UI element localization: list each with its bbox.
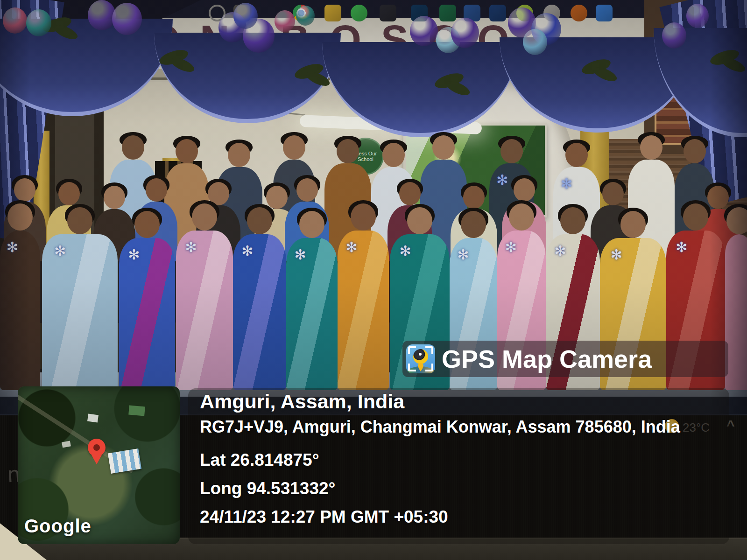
front-person: ✻ bbox=[119, 211, 175, 390]
badge-label: GPS Map Camera bbox=[442, 344, 652, 373]
face bbox=[122, 135, 144, 160]
face bbox=[58, 182, 80, 205]
rosette-badge-icon: ✻ bbox=[611, 246, 622, 263]
face bbox=[509, 203, 534, 231]
rosette-badge-icon: ✻ bbox=[399, 243, 411, 259]
face bbox=[14, 178, 35, 202]
gps-map-camera-icon bbox=[406, 344, 435, 373]
rosette-badge-icon: ✻ bbox=[54, 243, 66, 259]
map-pin-tail bbox=[92, 455, 102, 464]
rosette-badge-icon: ✻ bbox=[7, 239, 18, 255]
face bbox=[337, 139, 359, 163]
face bbox=[514, 178, 535, 202]
balloon bbox=[112, 3, 142, 35]
face bbox=[432, 135, 455, 160]
front-person: ✻ bbox=[42, 207, 118, 390]
face bbox=[500, 139, 523, 163]
rosette-badge-icon: ✻ bbox=[561, 175, 572, 192]
geo-info-panel: Amguri, Assam, India RG7J+VJ9, Amguri, C… bbox=[188, 388, 729, 544]
face bbox=[67, 207, 92, 234]
balloon bbox=[296, 6, 315, 26]
face bbox=[463, 186, 485, 209]
face bbox=[565, 143, 588, 167]
front-person: ✻ bbox=[286, 211, 338, 390]
location-title: Amguri, Assam, India bbox=[200, 390, 404, 413]
map-building-green-roof bbox=[128, 406, 145, 416]
gps-map-camera-badge: GPS Map Camera bbox=[402, 341, 728, 377]
saree bbox=[176, 231, 233, 390]
face bbox=[399, 182, 421, 205]
balloon bbox=[88, 0, 116, 30]
balloon bbox=[662, 22, 686, 49]
front-person: ✻ bbox=[338, 203, 389, 390]
face bbox=[560, 207, 585, 234]
rosette-badge-icon: ✻ bbox=[676, 239, 687, 255]
face bbox=[104, 186, 125, 209]
balloon bbox=[686, 4, 709, 28]
longitude-line: Long 94.531332° bbox=[200, 479, 335, 498]
face bbox=[176, 139, 198, 163]
face bbox=[146, 178, 167, 202]
face bbox=[266, 186, 288, 209]
rosette-badge-icon: ✻ bbox=[295, 246, 306, 263]
face bbox=[299, 211, 324, 238]
balloon bbox=[26, 9, 51, 36]
map-building bbox=[62, 441, 71, 448]
map-thumbnail: Google bbox=[18, 386, 180, 544]
balloon bbox=[451, 18, 479, 48]
map-pin-icon bbox=[88, 439, 106, 456]
balloon bbox=[275, 10, 295, 32]
face bbox=[726, 207, 747, 234]
google-logo: Google bbox=[24, 516, 92, 537]
face bbox=[684, 139, 706, 163]
saree bbox=[42, 234, 118, 390]
face bbox=[461, 211, 486, 238]
map-building-blue-roof bbox=[108, 448, 141, 474]
rosette-badge-icon: ✻ bbox=[457, 246, 469, 263]
rosette-badge-icon: ✻ bbox=[185, 239, 197, 255]
rosette-badge-icon: ✻ bbox=[505, 239, 517, 255]
face bbox=[602, 182, 624, 205]
front-person bbox=[725, 207, 747, 390]
rosette-badge-icon: ✻ bbox=[128, 246, 140, 263]
face bbox=[351, 203, 376, 231]
saree bbox=[119, 238, 175, 390]
saree bbox=[286, 238, 338, 390]
front-person: ✻ bbox=[0, 203, 40, 390]
datetime-line: 24/11/23 12:27 PM GMT +05:30 bbox=[200, 507, 448, 527]
face bbox=[640, 135, 662, 160]
face bbox=[134, 211, 160, 238]
balloon bbox=[233, 3, 258, 29]
face bbox=[7, 203, 33, 231]
balloon bbox=[3, 7, 27, 34]
rosette-badge-icon: ✻ bbox=[346, 239, 358, 255]
face bbox=[407, 207, 432, 234]
face bbox=[247, 207, 272, 234]
front-person: ✻ bbox=[176, 203, 233, 390]
address-line: RG7J+VJ9, Amguri, Changmai Konwar, Assam… bbox=[200, 417, 680, 437]
rosette-badge-icon: ✻ bbox=[241, 243, 253, 259]
face bbox=[382, 143, 405, 167]
face bbox=[620, 211, 646, 238]
latitude-line: Lat 26.814875° bbox=[200, 450, 319, 470]
screenshot-root: DON BOSCO Bless Our School ✻✻ ✻ bbox=[0, 0, 747, 560]
saree bbox=[338, 231, 389, 390]
front-person: ✻ bbox=[233, 207, 286, 390]
balloon bbox=[523, 29, 547, 55]
face bbox=[283, 135, 305, 160]
map-building bbox=[87, 414, 99, 423]
face bbox=[228, 143, 250, 167]
rosette-badge-icon: ✻ bbox=[555, 243, 566, 259]
face bbox=[296, 178, 318, 202]
saree bbox=[725, 234, 747, 390]
balloon bbox=[410, 16, 438, 46]
face bbox=[683, 203, 708, 231]
face bbox=[192, 203, 217, 231]
